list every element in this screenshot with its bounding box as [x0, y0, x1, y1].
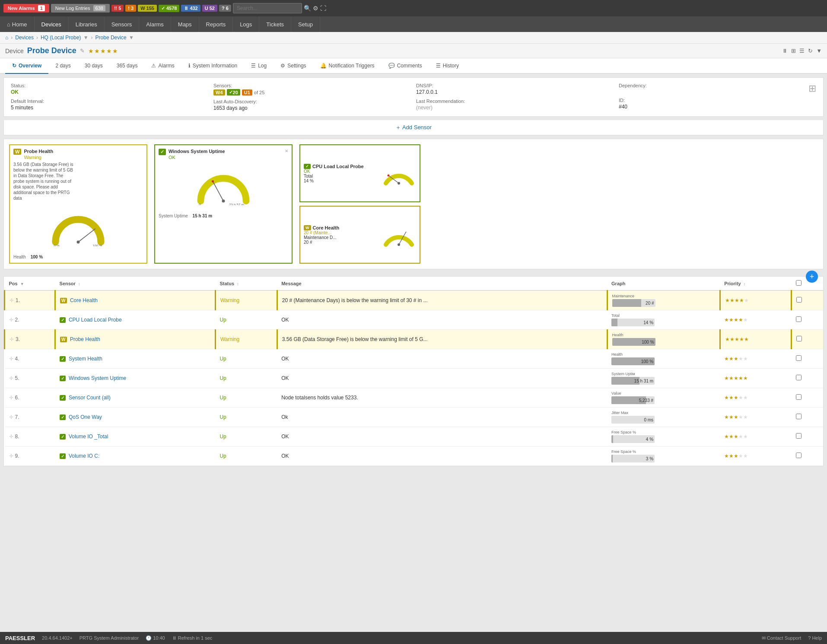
- sensor-name-link[interactable]: CPU Load Local Probe: [69, 317, 122, 323]
- tab-log[interactable]: ☰ Log: [244, 58, 274, 74]
- report-button[interactable]: ☰: [799, 48, 805, 54]
- row-checkbox[interactable]: [796, 375, 802, 380]
- breadcrumb-devices[interactable]: Devices: [15, 35, 34, 41]
- nav-maps[interactable]: Maps: [171, 16, 199, 32]
- star-rating[interactable]: ★★★★★: [725, 297, 749, 303]
- star-rating[interactable]: ★★★★★: [724, 434, 748, 440]
- sensor-name-link[interactable]: Windows System Uptime: [69, 375, 126, 381]
- row-checkbox[interactable]: [796, 297, 802, 303]
- refresh-button[interactable]: ↻: [808, 48, 813, 54]
- th-pos[interactable]: Pos ▼: [5, 277, 55, 290]
- tab-sysinfo[interactable]: ℹ System Information: [181, 58, 244, 74]
- tab-history[interactable]: ☰ History: [429, 58, 466, 74]
- th-status[interactable]: Status ↕: [215, 277, 277, 290]
- nav-alarms[interactable]: Alarms: [139, 16, 171, 32]
- fullscreen-icon[interactable]: ⛶: [320, 5, 326, 12]
- new-alarms-button[interactable]: New Alarms 1: [3, 4, 49, 13]
- sensor-name-link[interactable]: QoS One Way: [69, 414, 102, 420]
- th-graph[interactable]: Graph: [607, 277, 720, 290]
- drag-handle[interactable]: ✛: [9, 375, 13, 381]
- add-sensor-table-button[interactable]: +: [806, 271, 818, 283]
- row-checkbox[interactable]: [796, 394, 802, 400]
- nav-devices[interactable]: Devices: [35, 16, 69, 32]
- tab-settings[interactable]: ⚙ Settings: [274, 58, 313, 74]
- sensor-name-link[interactable]: Volume IO C:: [69, 453, 99, 459]
- badge-ok[interactable]: ✓ 4578: [159, 5, 179, 12]
- star-rating[interactable]: ★★★★★: [724, 356, 748, 362]
- sensor-name-link[interactable]: Probe Health: [70, 336, 100, 342]
- nav-setup[interactable]: Setup: [291, 16, 320, 32]
- breadcrumb-probe[interactable]: Probe Device ▼: [95, 35, 134, 41]
- search-button[interactable]: 🔍: [304, 5, 311, 12]
- drag-handle[interactable]: ✛: [10, 336, 14, 342]
- nav-home[interactable]: ⌂ Home: [3, 16, 35, 32]
- device-name[interactable]: Probe Device: [27, 46, 76, 55]
- star-rating[interactable]: ★★★★★: [724, 317, 748, 323]
- star-rating[interactable]: ★★★★★: [724, 453, 748, 459]
- breadcrumb-hq[interactable]: HQ (Local Probe) ▼: [41, 35, 89, 41]
- nav-reports[interactable]: Reports: [199, 16, 233, 32]
- new-log-button[interactable]: New Log Entries 638: [51, 4, 110, 13]
- edit-icon[interactable]: ✎: [80, 48, 85, 54]
- th-priority[interactable]: Priority ↕: [720, 277, 792, 290]
- sensor-name-link[interactable]: Core Health: [70, 297, 98, 303]
- breadcrumb-home[interactable]: ⌂: [5, 35, 8, 41]
- nav-logs[interactable]: Logs: [233, 16, 259, 32]
- tab-comments[interactable]: 💬 Comments: [382, 58, 429, 74]
- row-checkbox[interactable]: [796, 355, 802, 361]
- tab-365days[interactable]: 365 days: [110, 58, 145, 74]
- gauge-close-icon[interactable]: ✕: [285, 149, 288, 153]
- star-rating[interactable]: ★★★★★: [724, 414, 748, 420]
- th-message[interactable]: Message: [277, 277, 607, 290]
- clone-button[interactable]: ⊞: [791, 48, 796, 54]
- settings-icon[interactable]: ⚙: [313, 5, 318, 12]
- badge-warning[interactable]: W 155: [138, 5, 157, 12]
- select-all-checkbox[interactable]: [796, 280, 802, 286]
- tab-30days[interactable]: 30 days: [78, 58, 110, 74]
- badge-other[interactable]: ? 6: [219, 5, 231, 12]
- more-button[interactable]: ▼: [816, 48, 822, 54]
- drag-handle[interactable]: ✛: [9, 414, 13, 420]
- drag-handle[interactable]: ✛: [9, 395, 13, 401]
- star-rating[interactable]: ★★★★★: [725, 336, 749, 342]
- nav-sensors[interactable]: Sensors: [105, 16, 140, 32]
- add-sensor-link[interactable]: ＋ Add Sensor: [395, 124, 432, 131]
- row-checkbox[interactable]: [796, 336, 802, 341]
- checkbox-cell[interactable]: [792, 310, 823, 330]
- drag-handle[interactable]: ✛: [9, 317, 13, 323]
- nav-libraries[interactable]: Libraries: [69, 16, 105, 32]
- drag-handle[interactable]: ✛: [9, 356, 13, 362]
- tab-alarms[interactable]: ⚠ Alarms: [144, 58, 181, 74]
- checkbox-cell[interactable]: [792, 349, 823, 369]
- tab-2days[interactable]: 2 days: [48, 58, 77, 74]
- drag-handle[interactable]: ✛: [9, 453, 13, 459]
- badge-pause[interactable]: ⏸ 432: [181, 5, 200, 12]
- star-rating[interactable]: ★★★★★: [724, 375, 748, 381]
- search-input[interactable]: [233, 3, 302, 13]
- badge-critical[interactable]: !! 5: [111, 5, 124, 12]
- badge-unknown[interactable]: U 52: [202, 5, 217, 12]
- th-sensor[interactable]: Sensor ↕: [55, 277, 216, 290]
- tab-notif[interactable]: 🔔 Notification Triggers: [313, 58, 382, 74]
- drag-handle[interactable]: ✛: [9, 434, 13, 440]
- sensor-name-link[interactable]: Sensor Count (all): [69, 395, 111, 401]
- row-checkbox[interactable]: [796, 414, 802, 419]
- badge-error[interactable]: ! 3: [125, 5, 136, 12]
- sensor-name-link[interactable]: System Health: [69, 356, 102, 362]
- tab-overview[interactable]: ↻ Overview: [5, 58, 48, 74]
- pause-button[interactable]: ⏸: [782, 48, 788, 54]
- sensor-name-link[interactable]: Volume IO _Total: [69, 434, 108, 440]
- checkbox-cell[interactable]: [792, 427, 823, 446]
- checkbox-cell[interactable]: [792, 408, 823, 427]
- drag-handle[interactable]: ✛: [10, 297, 14, 303]
- row-checkbox[interactable]: [796, 316, 802, 322]
- checkbox-cell[interactable]: [792, 330, 823, 349]
- checkbox-cell[interactable]: [792, 388, 823, 408]
- row-checkbox[interactable]: [796, 453, 802, 458]
- qr-code-icon[interactable]: ⊞: [808, 83, 816, 94]
- checkbox-cell[interactable]: [792, 369, 823, 388]
- checkbox-cell[interactable]: [792, 290, 823, 310]
- row-checkbox[interactable]: [796, 433, 802, 439]
- nav-tickets[interactable]: Tickets: [259, 16, 291, 32]
- checkbox-cell[interactable]: [792, 446, 823, 466]
